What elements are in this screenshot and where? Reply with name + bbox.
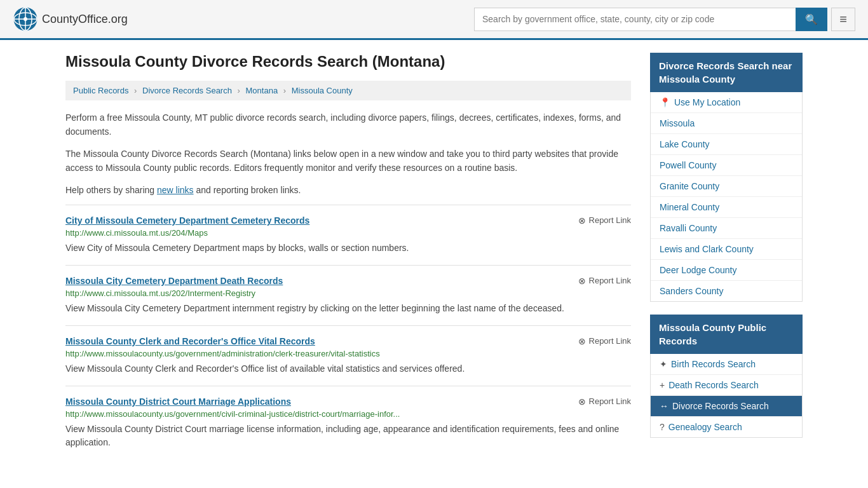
sidebar-item-death-records[interactable]: + Death Records Search <box>651 375 802 396</box>
sidebar-item-lake-county[interactable]: Lake County <box>651 134 802 155</box>
sidebar-public-records-list: ✦ Birth Records Search + Death Records S… <box>650 354 803 438</box>
search-bar: 🔍 ≡ <box>474 8 855 31</box>
search-button[interactable]: 🔍 <box>796 8 827 31</box>
content-area: Missoula County Divorce Records Search (… <box>65 53 631 459</box>
hamburger-icon: ≡ <box>839 12 847 26</box>
sidebar-item-location[interactable]: 📍 Use My Location <box>651 92 802 113</box>
divorce-records-link[interactable]: Divorce Records Search <box>672 401 769 411</box>
death-records-link[interactable]: Death Records Search <box>668 380 759 390</box>
sidebar-nearby-list: 📍 Use My Location Missoula Lake County P… <box>650 92 803 302</box>
site-header: CountyOffice.org 🔍 ≡ <box>0 0 868 40</box>
record-url-2: http://www.ci.missoula.mt.us/202/Interme… <box>65 288 631 298</box>
record-item: Missoula City Cemetery Department Death … <box>65 265 631 325</box>
report-icon-3: ⊗ <box>578 336 586 346</box>
record-header: Missoula County Clerk and Recorder's Off… <box>65 336 631 346</box>
sidebar-item-powell-county[interactable]: Powell County <box>651 155 802 176</box>
record-item: Missoula County Clerk and Recorder's Off… <box>65 325 631 386</box>
breadcrumb-sep-2: › <box>238 86 240 95</box>
granite-county-link[interactable]: Granite County <box>660 181 719 191</box>
search-input[interactable] <box>474 8 796 31</box>
missoula-link[interactable]: Missoula <box>660 118 695 128</box>
powell-county-link[interactable]: Powell County <box>660 160 717 170</box>
report-icon-2: ⊗ <box>578 276 586 286</box>
record-title-1[interactable]: City of Missoula Cemetery Department Cem… <box>65 215 309 226</box>
report-icon-4: ⊗ <box>578 396 586 407</box>
site-logo[interactable]: CountyOffice.org <box>13 6 128 32</box>
breadcrumb-divorce-records[interactable]: Divorce Records Search <box>142 86 232 95</box>
record-url-3: http://www.missoulacounty.us/government/… <box>65 349 631 358</box>
breadcrumb-public-records[interactable]: Public Records <box>73 86 128 95</box>
sidebar-item-lewis-clark-county[interactable]: Lewis and Clark County <box>651 239 802 260</box>
death-records-icon: + <box>660 380 665 390</box>
description-para-1: Perform a free Missoula County, MT publi… <box>65 111 631 139</box>
record-item: City of Missoula Cemetery Department Cem… <box>65 205 631 265</box>
new-links-link[interactable]: new links <box>157 185 194 195</box>
report-link-4[interactable]: ⊗ Report Link <box>578 396 631 407</box>
record-header: City of Missoula Cemetery Department Cem… <box>65 215 631 226</box>
sidebar-nearby-header: Divorce Records Search near Missoula Cou… <box>650 53 803 92</box>
sidebar-nearby-section: Divorce Records Search near Missoula Cou… <box>650 53 803 302</box>
birth-records-link[interactable]: Birth Records Search <box>671 359 756 369</box>
record-title-4[interactable]: Missoula County District Court Marriage … <box>65 396 291 407</box>
sidebar-item-granite-county[interactable]: Granite County <box>651 176 802 197</box>
sidebar-item-sanders-county[interactable]: Sanders County <box>651 281 802 301</box>
sidebar-item-mineral-county[interactable]: Mineral County <box>651 197 802 218</box>
breadcrumb-sep-1: › <box>134 86 137 95</box>
record-header: Missoula City Cemetery Department Death … <box>65 276 631 286</box>
description-para-2: The Missoula County Divorce Records Sear… <box>65 147 631 175</box>
report-link-3[interactable]: ⊗ Report Link <box>578 336 631 346</box>
birth-records-icon: ✦ <box>660 359 667 369</box>
divorce-records-icon: ↔ <box>660 401 668 411</box>
record-title-3[interactable]: Missoula County Clerk and Recorder's Off… <box>65 336 315 346</box>
mineral-county-link[interactable]: Mineral County <box>660 202 719 212</box>
sidebar: Divorce Records Search near Missoula Cou… <box>650 53 803 459</box>
report-icon-1: ⊗ <box>578 215 586 226</box>
main-container: Missoula County Divorce Records Search (… <box>53 40 815 472</box>
lake-county-link[interactable]: Lake County <box>660 139 710 149</box>
record-desc-2: View Missoula City Cemetery Department i… <box>65 302 631 315</box>
deer-lodge-county-link[interactable]: Deer Lodge County <box>660 265 736 275</box>
record-desc-1: View City of Missoula Cemetery Departmen… <box>65 241 631 255</box>
search-icon: 🔍 <box>805 14 818 25</box>
logo-text: CountyOffice.org <box>42 13 128 26</box>
sidebar-item-deer-lodge-county[interactable]: Deer Lodge County <box>651 260 802 281</box>
menu-button[interactable]: ≡ <box>831 8 855 31</box>
ravalli-county-link[interactable]: Ravalli County <box>660 223 717 233</box>
genealogy-search-icon: ? <box>660 422 665 432</box>
breadcrumb-montana[interactable]: Montana <box>246 86 278 95</box>
report-link-2[interactable]: ⊗ Report Link <box>578 276 631 286</box>
record-header: Missoula County District Court Marriage … <box>65 396 631 407</box>
record-url-4: http://www.missoulacounty.us/government/… <box>65 409 631 419</box>
records-list: City of Missoula Cemetery Department Cem… <box>65 205 631 459</box>
use-my-location-link[interactable]: Use My Location <box>674 97 740 107</box>
sidebar-item-ravalli-county[interactable]: Ravalli County <box>651 218 802 239</box>
sidebar-item-birth-records[interactable]: ✦ Birth Records Search <box>651 354 802 375</box>
page-title: Missoula County Divorce Records Search (… <box>65 53 631 71</box>
logo-icon <box>13 6 38 32</box>
report-link-1[interactable]: ⊗ Report Link <box>578 215 631 226</box>
location-pin-icon: 📍 <box>660 97 670 107</box>
lewis-clark-county-link[interactable]: Lewis and Clark County <box>660 244 754 254</box>
record-url-1: http://www.ci.missoula.mt.us/204/Maps <box>65 228 631 238</box>
breadcrumb: Public Records › Divorce Records Search … <box>65 81 631 100</box>
description-para-3: Help others by sharing new links and rep… <box>65 183 631 197</box>
genealogy-search-link[interactable]: Genealogy Search <box>668 422 742 432</box>
sidebar-item-genealogy-search[interactable]: ? Genealogy Search <box>651 417 802 437</box>
sidebar-public-records-header: Missoula County Public Records <box>650 315 803 354</box>
sanders-county-link[interactable]: Sanders County <box>660 286 723 296</box>
record-title-2[interactable]: Missoula City Cemetery Department Death … <box>65 276 283 286</box>
sidebar-item-divorce-records[interactable]: ↔ Divorce Records Search <box>651 396 802 417</box>
breadcrumb-sep-3: › <box>283 86 286 95</box>
breadcrumb-missoula[interactable]: Missoula County <box>292 86 353 95</box>
sidebar-public-records-section: Missoula County Public Records ✦ Birth R… <box>650 315 803 438</box>
record-item: Missoula County District Court Marriage … <box>65 386 631 459</box>
sidebar-item-missoula[interactable]: Missoula <box>651 113 802 134</box>
record-desc-4: View Missoula County District Court marr… <box>65 423 631 449</box>
record-desc-3: View Missoula County Clerk and Recorder'… <box>65 362 631 376</box>
